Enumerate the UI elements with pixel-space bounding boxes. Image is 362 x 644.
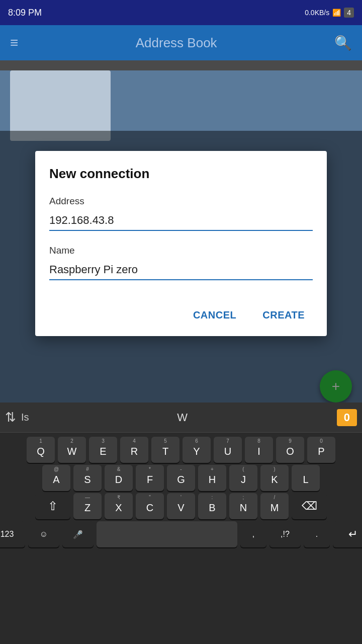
new-connection-dialog: New connection Address Name CANCEL CREAT… [35, 151, 327, 336]
key-n[interactable]: ;N [229, 493, 257, 519]
period-key[interactable]: . [304, 521, 330, 547]
search-icon[interactable]: 🔍 [334, 35, 352, 51]
battery-icon: 4 [344, 8, 354, 18]
key-u[interactable]: 7U [214, 437, 242, 463]
name-input[interactable] [49, 260, 313, 280]
key-i[interactable]: 8I [245, 437, 273, 463]
key-row-1: 1Q 2W 3E 4R 5T 6Y 7U 8I 9O 0P [3, 437, 359, 463]
emoji-key[interactable]: ☺ [28, 521, 59, 547]
signal-icon: 📶 [332, 9, 341, 17]
key-y[interactable]: 6Y [183, 437, 211, 463]
name-label: Name [49, 245, 313, 256]
suggestion-bar: ⇅ Is W 0 [0, 403, 362, 433]
space-key[interactable] [97, 521, 237, 547]
address-label: Address [49, 196, 313, 207]
key-j[interactable]: (J [229, 465, 257, 491]
suggestion-center[interactable]: W [177, 411, 189, 424]
key-row-bottom: 123 ☺ 🎤 , ,!? . ↵ [3, 521, 359, 547]
key-f[interactable]: *F [136, 465, 164, 491]
key-row-3: ⇧ —Z ₹X "C 'V :B ;N /M ⌫ [3, 493, 359, 519]
delete-key[interactable]: ⌫ [292, 493, 327, 519]
background-content: + New connection Address Name CANCEL CRE… [0, 70, 362, 413]
mic-key[interactable]: 🎤 [62, 521, 94, 547]
address-input[interactable] [49, 211, 313, 231]
key-k[interactable]: )K [260, 465, 289, 491]
status-time: 8:09 PM [8, 8, 42, 18]
key-d[interactable]: &D [105, 465, 133, 491]
dialog-actions: CANCEL CREATE [49, 304, 313, 326]
key-c[interactable]: "C [136, 493, 164, 519]
create-button[interactable]: CREATE [254, 304, 313, 326]
hamburger-icon[interactable]: ≡ [10, 35, 18, 51]
key-e[interactable]: 3E [89, 437, 117, 463]
key-b[interactable]: :B [198, 493, 226, 519]
key-p[interactable]: 0P [307, 437, 335, 463]
status-icons: 0.0KB/s 📶 4 [305, 8, 354, 18]
comma-key[interactable]: , [240, 521, 266, 547]
app-bar-title: Address Book [18, 35, 334, 51]
keys-area: 1Q 2W 3E 4R 5T 6Y 7U 8I 9O 0P @A #S &D *… [0, 433, 362, 551]
app-bar: ≡ Address Book 🔍 [0, 25, 362, 60]
key-v[interactable]: 'V [167, 493, 195, 519]
key-l[interactable]: L [292, 465, 320, 491]
key-t[interactable]: 5T [151, 437, 179, 463]
shift-key[interactable]: ⇧ [35, 493, 70, 519]
suggestion-right[interactable]: 0 [337, 409, 357, 426]
symbols-key[interactable]: ,!? [269, 521, 301, 547]
suggestion-left[interactable]: Is [21, 412, 29, 423]
status-bar: 8:09 PM 0.0KB/s 📶 4 [0, 0, 362, 25]
key-r[interactable]: 4R [120, 437, 148, 463]
key-q[interactable]: 1Q [27, 437, 55, 463]
key-a[interactable]: @A [42, 465, 70, 491]
background-card [10, 70, 111, 141]
key-s[interactable]: #S [73, 465, 102, 491]
key-g[interactable]: -G [167, 465, 195, 491]
key-o[interactable]: 9O [276, 437, 304, 463]
network-speed: 0.0KB/s [305, 9, 329, 17]
keyboard: ⇅ Is W 0 1Q 2W 3E 4R 5T 6Y 7U 8I 9O 0P @… [0, 403, 362, 644]
enter-key[interactable]: ↵ [333, 521, 362, 547]
key-w[interactable]: 2W [58, 437, 86, 463]
dialog-title: New connection [49, 166, 313, 182]
shift-icon[interactable]: ⇅ Is [5, 410, 29, 425]
key-h[interactable]: +H [198, 465, 226, 491]
cancel-button[interactable]: CANCEL [185, 304, 244, 326]
key-z[interactable]: —Z [73, 493, 102, 519]
numbers-key[interactable]: 123 [0, 521, 25, 547]
key-m[interactable]: /M [260, 493, 289, 519]
key-x[interactable]: ₹X [105, 493, 133, 519]
key-row-2: @A #S &D *F -G +H (J )K L [3, 465, 359, 491]
